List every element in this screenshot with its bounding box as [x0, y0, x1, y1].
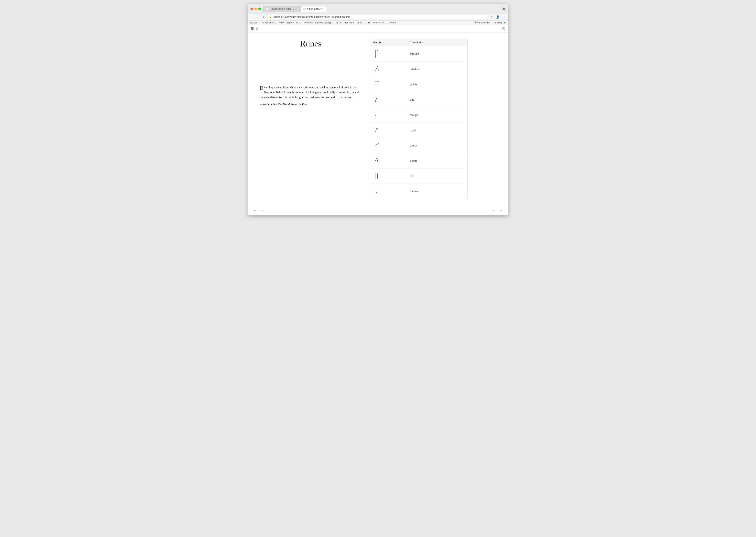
next-button[interactable]: ›	[491, 207, 496, 213]
table-row: through	[370, 46, 467, 62]
bookmark-wileywiggi[interactable]: https://wileywiggi…	[315, 21, 334, 24]
table-row: into	[370, 169, 467, 184]
left-panel: Runes Ever they rose up from where they …	[260, 39, 362, 199]
svg-line-10	[376, 98, 377, 100]
star-icon: ★	[262, 21, 264, 24]
bookmark-home-dropbox[interactable]: Home - Dropbox	[278, 21, 294, 24]
back-button[interactable]: ←	[250, 15, 255, 19]
table-row: which	[370, 77, 467, 92]
prev-prev-button[interactable]: ←	[252, 207, 259, 213]
bookmark-ucla-dropbox[interactable]: UCLA - Dropbox	[296, 21, 313, 24]
table-row: that	[370, 92, 467, 107]
bookmark-bookmarks-label: Bookmarks	[265, 21, 276, 24]
col-translation-header: Translation	[407, 39, 467, 46]
url-text: localhost:4000/?slug=runes&currentSpineI…	[273, 16, 350, 18]
next-next-button[interactable]: →	[497, 207, 504, 213]
translation-cell: which	[407, 77, 467, 92]
tab-bar: 📄 How to ignore hidden files in p… ✕ 📖 b…	[263, 6, 502, 12]
glyph-cell	[370, 92, 407, 107]
bookmark-edit-themes-label: Edit Themes ‹ Met…	[366, 21, 387, 24]
glyph-cell	[370, 138, 407, 153]
tab-2-favicon: 📖	[303, 8, 306, 10]
drop-cap: E	[260, 85, 264, 91]
browser-window: 📄 How to ignore hidden files in p… ✕ 📖 b…	[248, 4, 508, 215]
table-row: rebellion	[370, 62, 467, 77]
bookmark-apps[interactable]: ⊞ Apps	[250, 21, 257, 24]
bookmark-bonpatron[interactable]: "BonPatron" Onlin…	[344, 21, 364, 24]
translation-cell: through	[407, 46, 467, 62]
traffic-lights	[250, 8, 261, 10]
prev-button[interactable]: ‹	[260, 207, 265, 213]
tab-1-close[interactable]: ✕	[295, 8, 297, 10]
glyph-cell	[370, 77, 407, 92]
titlebar: 📄 How to ignore hidden files in p… ✕ 📖 b…	[248, 4, 508, 14]
apps-icon: ⊞	[250, 21, 252, 24]
svg-line-9	[375, 98, 376, 102]
runes-table: Glyph Translation through rebellion whic…	[370, 39, 467, 199]
book-title: Runes	[260, 39, 362, 49]
address-bar[interactable]: 🔒 localhost:4000/?slug=runes&currentSpin…	[267, 15, 488, 19]
table-row: before	[370, 153, 467, 169]
bookmark-bonpatron-label: "BonPatron" Onlin…	[344, 21, 364, 24]
bookmarks-bar: ⊞ Apps | ★ Bookmarks Home - Dropbox UCLA…	[248, 21, 508, 25]
table-row: though	[370, 107, 467, 123]
maximize-button[interactable]	[258, 8, 261, 10]
grid-icon[interactable]: ⊞	[256, 27, 258, 30]
tab-1[interactable]: 📄 How to ignore hidden files in p… ✕	[263, 6, 300, 12]
translation-cell: night	[407, 123, 467, 138]
bookmark-apps-label: Apps	[252, 21, 257, 24]
lock-icon: 🔒	[269, 16, 272, 18]
book-body-text: Ever they rose up from where they had st…	[260, 85, 362, 100]
window-control-btn[interactable]: ⊙	[502, 7, 506, 11]
new-tab-button[interactable]: +	[327, 6, 332, 12]
forward-button[interactable]: →	[256, 15, 260, 19]
translation-cell: into	[407, 169, 467, 184]
bookmark-star[interactable]: ☆	[490, 15, 494, 19]
bookmark-bookmarks[interactable]: ★ Bookmarks	[262, 21, 276, 24]
bookmark-reading-list[interactable]: Reading List	[493, 21, 506, 24]
bookmark-mixamo-label: Mixamo	[389, 21, 397, 24]
bookmark-mixamo[interactable]: Mixamo	[389, 21, 397, 24]
glyph-cell	[370, 46, 407, 62]
tab-1-favicon: 📄	[266, 8, 269, 10]
minimize-button[interactable]	[254, 8, 257, 10]
translation-cell: that	[407, 92, 467, 107]
svg-line-16	[375, 145, 377, 147]
app-toolbar: ☰ ⊞ ⓘ	[248, 25, 508, 33]
menu-button[interactable]: ⋮	[501, 15, 506, 19]
translation-cell: before	[407, 153, 467, 169]
svg-line-14	[377, 128, 378, 130]
info-icon[interactable]: ⓘ	[502, 27, 505, 30]
bookmark-reading-list-label: Reading List	[493, 21, 506, 24]
reload-button[interactable]: ↺	[262, 15, 266, 19]
glyph-cell	[370, 107, 407, 123]
tab-2[interactable]: 📖 b-ber-reader ✕	[300, 6, 326, 12]
svg-line-4	[375, 66, 378, 71]
svg-line-13	[375, 128, 377, 132]
table-row: night	[370, 123, 467, 138]
toolbar-right: ⓘ	[502, 26, 505, 31]
bookmark-ucla-dropbox-label: UCLA - Dropbox	[296, 21, 313, 24]
tab-2-close[interactable]: ✕	[322, 8, 323, 10]
translation-cell: tumbled	[407, 184, 467, 199]
col-glyph-header: Glyph	[370, 39, 407, 46]
svg-line-17	[375, 158, 377, 162]
toolbar-left: ☰ ⊞	[251, 27, 258, 30]
body-text-content: ver they rose up from where they had sto…	[260, 86, 359, 99]
tab-2-title: b-ber-reader	[307, 8, 320, 10]
bottom-nav: ← ‹ › →	[248, 205, 508, 215]
bottom-nav-right: › →	[491, 207, 504, 213]
hamburger-icon[interactable]: ☰	[251, 27, 254, 30]
main-content: Runes Ever they rose up from where they …	[248, 33, 508, 205]
bookmark-ucla-label: UCLA	[336, 21, 342, 24]
bookmark-ucla[interactable]: UCLA	[336, 21, 342, 24]
translation-cell: though	[407, 107, 467, 123]
svg-line-5	[378, 69, 379, 71]
close-button[interactable]	[250, 8, 253, 10]
bookmark-edit-themes[interactable]: Edit Themes ‹ Met…	[366, 21, 387, 24]
bookmark-wileywiggi-label: https://wileywiggi…	[315, 21, 334, 24]
profile-button[interactable]: 👤	[495, 15, 500, 19]
glyph-cell	[370, 169, 407, 184]
bookmark-other-label: Other Bookmarks	[473, 21, 490, 24]
bookmark-other[interactable]: Other Bookmarks	[473, 21, 490, 24]
